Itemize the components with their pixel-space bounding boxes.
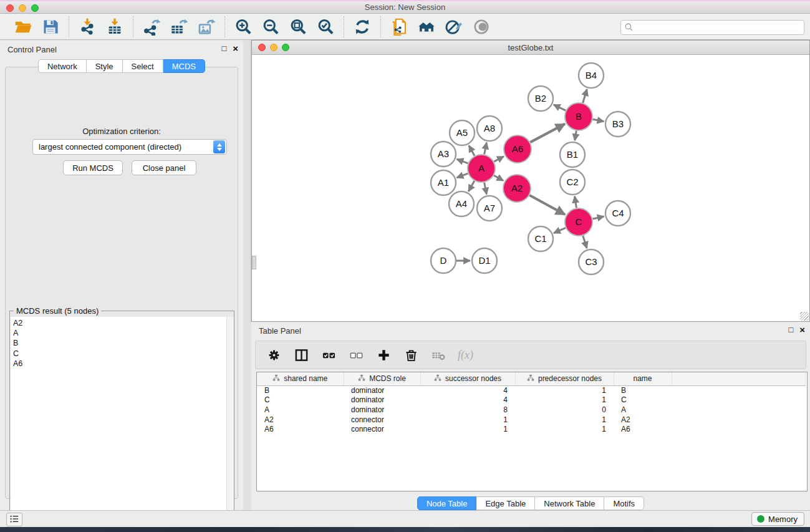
table-cell[interactable]: C [257, 395, 344, 405]
mcds-result-item[interactable]: C [11, 349, 226, 359]
mcds-result-item[interactable]: A2 [11, 318, 226, 328]
minimize-view-button[interactable] [270, 44, 277, 51]
graph-edge-B-B4[interactable] [583, 89, 587, 103]
import-table-icon[interactable] [104, 17, 125, 37]
table-cell[interactable]: 1 [420, 415, 515, 425]
graph-edge-A6-B[interactable] [530, 124, 565, 143]
table-cell[interactable]: A2 [614, 415, 672, 425]
tab-network[interactable]: Network [38, 59, 87, 73]
tab-mcds[interactable]: MCDS [163, 59, 205, 73]
tab-node-table[interactable]: Node Table [417, 496, 477, 510]
table-cell[interactable]: 1 [515, 424, 614, 434]
mcds-result-item[interactable]: B [11, 338, 226, 348]
graph-edge-A-A1[interactable] [457, 173, 468, 178]
tab-network-table[interactable]: Network Table [535, 496, 604, 510]
graph-edge-A-A8[interactable] [485, 143, 487, 155]
refresh-icon[interactable] [352, 17, 373, 37]
graph-node-C2[interactable]: C2 [560, 170, 585, 195]
graph-edge-A-A6[interactable] [494, 157, 504, 162]
column-header-shared-name[interactable]: shared name [257, 372, 344, 385]
table-cell[interactable]: 1 [515, 415, 614, 425]
maximize-window-button[interactable] [31, 4, 39, 12]
optimization-criterion-dropdown[interactable]: largest connected component (directed) [32, 139, 227, 155]
export-image-icon[interactable] [196, 17, 217, 37]
close-window-button[interactable] [6, 4, 14, 12]
float-table-panel-icon[interactable]: □ [788, 326, 793, 334]
table-cell[interactable]: dominator [344, 405, 420, 415]
graph-node-C4[interactable]: C4 [605, 201, 630, 226]
graph-edge-A-A3[interactable] [457, 159, 468, 163]
delete-table-icon[interactable] [430, 347, 446, 363]
export-network-icon[interactable] [141, 17, 162, 37]
trash-icon[interactable] [403, 347, 419, 363]
graph-node-D[interactable]: D [431, 248, 456, 273]
table-row[interactable]: Cdominator41C [257, 395, 806, 405]
table-row[interactable]: Adominator80A [257, 405, 806, 415]
table-cell[interactable]: B [257, 385, 344, 395]
close-panel-icon[interactable]: × [233, 44, 238, 53]
minimize-window-button[interactable] [19, 4, 26, 12]
graph-node-C1[interactable]: C1 [528, 226, 553, 251]
table-cell[interactable]: A [614, 405, 672, 415]
graph-edge-B-B2[interactable] [554, 105, 566, 110]
float-panel-icon[interactable]: □ [221, 44, 226, 52]
table-cell[interactable]: 1 [515, 385, 614, 395]
table-row[interactable]: A2connector11A2 [257, 415, 806, 425]
table-row[interactable]: Bdominator41B [257, 385, 806, 395]
graph-edge-A-A7[interactable] [485, 183, 487, 195]
table-cell[interactable]: A [257, 405, 344, 415]
graph-node-C[interactable]: C [565, 208, 592, 236]
search-input[interactable] [620, 20, 804, 35]
mcds-result-item[interactable]: A6 [11, 359, 226, 369]
tab-select[interactable]: Select [123, 59, 163, 73]
close-view-button[interactable] [258, 44, 266, 51]
graph-edge-C-C3[interactable] [583, 236, 587, 248]
run-mcds-button[interactable]: Run MCDS [63, 160, 123, 175]
close-table-panel-icon[interactable]: × [799, 325, 805, 334]
graph-edge-A-A5[interactable] [469, 145, 475, 156]
show-annotations-icon[interactable] [471, 17, 492, 37]
function-icon[interactable]: f(x) [458, 347, 473, 363]
table-cell[interactable]: A2 [257, 415, 344, 425]
table-cell[interactable]: dominator [344, 395, 420, 405]
network-canvas[interactable]: B4B2BB3A8A5A6A3B1AC2A1A2A4A7C4CC1DD1C3 [253, 56, 809, 321]
import-network-icon[interactable] [77, 17, 98, 37]
gear-icon[interactable] [266, 347, 282, 363]
graph-node-A5[interactable]: A5 [450, 120, 475, 145]
save-icon[interactable] [40, 17, 61, 37]
mcds-result-item[interactable]: A [11, 328, 226, 338]
export-table-icon[interactable] [168, 17, 190, 37]
select-all-icon[interactable] [321, 347, 337, 363]
graph-node-B4[interactable]: B4 [579, 63, 604, 88]
graph-node-A2[interactable]: A2 [503, 175, 531, 202]
graph-edge-B-B1[interactable] [575, 131, 577, 141]
columns-icon[interactable] [293, 347, 309, 363]
maximize-view-button[interactable] [282, 44, 289, 51]
zoom-out-icon[interactable] [260, 17, 281, 37]
navigator-handle[interactable] [252, 256, 256, 269]
graph-edge-B-B3[interactable] [593, 119, 604, 121]
deselect-all-icon[interactable] [348, 347, 364, 363]
table-cell[interactable]: A6 [257, 424, 344, 434]
graph-node-B1[interactable]: B1 [560, 142, 585, 167]
graph-node-B[interactable]: B [565, 103, 592, 130]
table-cell[interactable]: connector [344, 424, 420, 434]
home-icon[interactable] [416, 17, 437, 37]
tab-edge-table[interactable]: Edge Table [476, 496, 535, 510]
table-cell[interactable]: 1 [515, 395, 614, 405]
tab-motifs[interactable]: Motifs [604, 496, 644, 510]
graph-edge-C-C2[interactable] [575, 196, 577, 208]
graph-node-A6[interactable]: A6 [504, 135, 531, 163]
graph-node-B3[interactable]: B3 [605, 112, 630, 137]
column-header-mcds-role[interactable]: MCDS role [344, 372, 420, 385]
table-cell[interactable]: 0 [515, 405, 614, 415]
table-cell[interactable]: 1 [420, 424, 515, 434]
graph-node-D1[interactable]: D1 [472, 248, 497, 273]
table-cell[interactable]: B [614, 385, 672, 395]
open-folder-icon[interactable] [12, 17, 34, 37]
graph-node-C3[interactable]: C3 [579, 249, 604, 274]
graph-edge-A-A4[interactable] [468, 181, 474, 191]
column-header-name[interactable]: name [614, 372, 672, 385]
graph-node-A7[interactable]: A7 [477, 196, 502, 221]
table-cell[interactable]: dominator [344, 385, 420, 395]
